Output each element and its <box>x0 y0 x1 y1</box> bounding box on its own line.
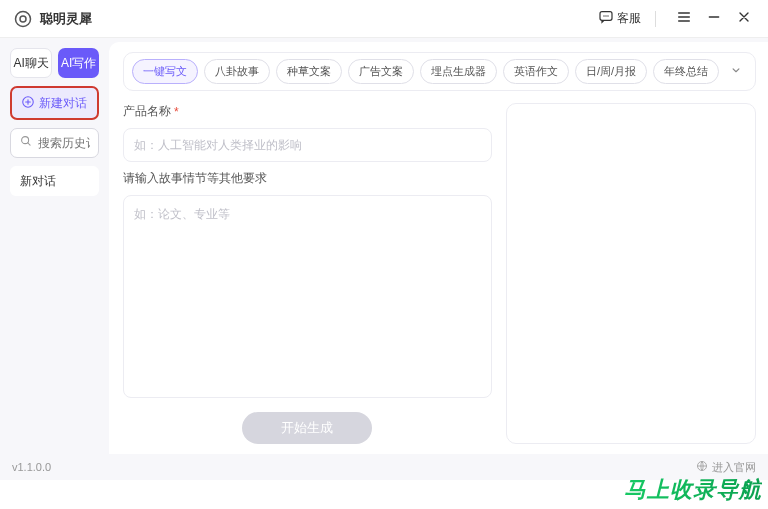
enter-site-label: 进入官网 <box>712 460 756 475</box>
close-button[interactable] <box>734 9 754 29</box>
detail-label: 请输入故事情节等其他要求 <box>123 170 492 187</box>
form-column: 产品名称 * 请输入故事情节等其他要求 开始生成 <box>123 103 492 444</box>
history-item[interactable]: 新对话 <box>10 166 99 196</box>
titlebar-divider <box>655 11 656 27</box>
required-mark: * <box>174 105 179 119</box>
support-label: 客服 <box>617 10 641 27</box>
tab-ai-chat[interactable]: AI聊天 <box>10 48 52 78</box>
svg-point-1 <box>20 16 26 22</box>
category-chip[interactable]: 年终总结 <box>653 59 719 84</box>
version-label: v1.1.0.0 <box>12 461 51 473</box>
search-input[interactable] <box>38 136 90 150</box>
category-chip[interactable]: 埋点生成器 <box>420 59 497 84</box>
history-search[interactable] <box>10 128 99 158</box>
minimize-button[interactable] <box>704 9 724 29</box>
generate-button[interactable]: 开始生成 <box>242 412 372 444</box>
svg-point-5 <box>607 15 608 16</box>
minimize-icon <box>706 9 722 29</box>
titlebar: 聪明灵犀 客服 <box>0 0 768 38</box>
category-row: 一键写文 八卦故事 种草文案 广告文案 埋点生成器 英语作文 日/周/月报 年终… <box>123 52 756 91</box>
sidebar: AI聊天 AI写作 新建对话 新对话 <box>0 38 109 454</box>
app-title: 聪明灵犀 <box>40 10 92 28</box>
main-panel: 一键写文 八卦故事 种草文案 广告文案 埋点生成器 英语作文 日/周/月报 年终… <box>109 42 768 454</box>
category-chip[interactable]: 一键写文 <box>132 59 198 84</box>
preview-column <box>506 103 756 444</box>
footer: v1.1.0.0 进入官网 <box>0 454 768 480</box>
chevron-down-icon <box>729 63 743 81</box>
detail-textarea[interactable] <box>123 195 492 398</box>
category-chip[interactable]: 八卦故事 <box>204 59 270 84</box>
preview-box <box>506 103 756 444</box>
category-chip[interactable]: 日/周/月报 <box>575 59 647 84</box>
globe-icon <box>696 460 708 474</box>
history-item-label: 新对话 <box>20 173 56 190</box>
menu-icon <box>676 9 692 29</box>
app-logo-icon <box>14 10 32 28</box>
category-chip[interactable]: 种草文案 <box>276 59 342 84</box>
svg-point-4 <box>605 15 606 16</box>
mode-tabs: AI聊天 AI写作 <box>10 48 99 78</box>
chat-bubble-icon <box>598 9 614 28</box>
svg-point-3 <box>603 15 604 16</box>
enter-site-button[interactable]: 进入官网 <box>696 460 756 475</box>
search-icon <box>19 134 33 152</box>
product-name-label: 产品名称 * <box>123 103 492 120</box>
category-chip[interactable]: 英语作文 <box>503 59 569 84</box>
tab-ai-write[interactable]: AI写作 <box>58 48 98 78</box>
svg-point-0 <box>16 11 31 26</box>
close-icon <box>736 9 752 29</box>
product-name-label-text: 产品名称 <box>123 103 171 120</box>
category-expand-button[interactable] <box>725 61 747 83</box>
support-button[interactable]: 客服 <box>592 5 647 32</box>
new-chat-button[interactable]: 新建对话 <box>10 86 99 120</box>
category-chip[interactable]: 广告文案 <box>348 59 414 84</box>
plus-circle-icon <box>21 95 35 112</box>
new-chat-label: 新建对话 <box>39 95 87 112</box>
menu-button[interactable] <box>674 9 694 29</box>
product-name-input[interactable] <box>123 128 492 162</box>
